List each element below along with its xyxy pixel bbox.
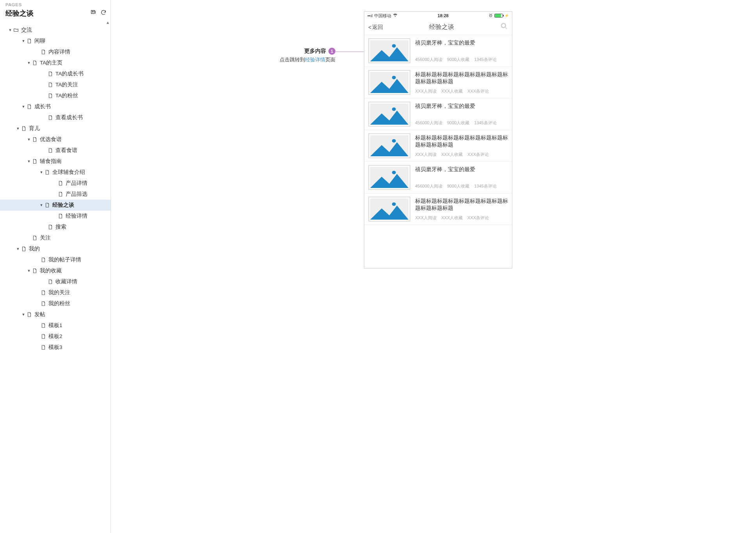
- alarm-icon: [489, 13, 493, 18]
- tree-item[interactable]: 模板2: [0, 331, 111, 342]
- page-icon: [21, 246, 27, 252]
- svg-point-8: [392, 107, 396, 111]
- caret-icon[interactable]: ▼: [39, 170, 44, 174]
- tree-item[interactable]: ▼闲聊: [0, 36, 111, 47]
- tree-item[interactable]: ▼交流: [0, 25, 111, 36]
- tree-item[interactable]: ▼全球辅食介绍: [0, 167, 111, 178]
- tree-item[interactable]: ▼辅食指南: [0, 156, 111, 167]
- tree-item-label: 收藏详情: [55, 278, 77, 285]
- sidebar-title-row: 经验之谈: [5, 9, 107, 20]
- article-title: 标题标题标题标题标题标题标题标题标题标题标题标题: [415, 134, 508, 148]
- list-item[interactable]: 禧贝磨牙棒，宝宝的最爱456000人阅读9000人收藏1345条评论: [364, 162, 512, 193]
- stat-reads: 456000人阅读: [415, 183, 442, 189]
- page-icon: [45, 202, 50, 208]
- annotation-link[interactable]: 经验详情: [305, 57, 325, 63]
- tree-item[interactable]: ▼经验之谈: [0, 200, 111, 211]
- tree-item[interactable]: 查看成长书: [0, 112, 111, 123]
- page-icon: [48, 115, 53, 120]
- list-item[interactable]: 禧贝磨牙棒，宝宝的最爱456000人阅读9000人收藏1345条评论: [364, 35, 512, 67]
- tree-item-label: 产品筛选: [66, 191, 87, 198]
- page-icon: [32, 60, 37, 66]
- page-icon: [32, 159, 37, 164]
- tree-item[interactable]: ▼成长书: [0, 101, 111, 112]
- page-icon: [41, 334, 46, 339]
- thumbnail: [368, 133, 410, 158]
- svg-point-14: [392, 171, 396, 174]
- tree-item[interactable]: 查看食谱: [0, 145, 111, 156]
- caret-icon[interactable]: ▼: [8, 28, 12, 32]
- tree-item[interactable]: 收藏详情: [0, 276, 111, 287]
- article-list: 禧贝磨牙棒，宝宝的最爱456000人阅读9000人收藏1345条评论标题标题标题…: [364, 35, 512, 225]
- caret-icon[interactable]: ▼: [27, 61, 31, 65]
- tree-item-label: 成长书: [34, 103, 51, 110]
- list-item[interactable]: 标题标题标题标题标题标题标题标题标题标题标题标题XXX人阅读XXX人收藏XXX条…: [364, 67, 512, 98]
- tree-item[interactable]: ▼TA的主页: [0, 57, 111, 68]
- phone-bottom-gap: [364, 225, 512, 268]
- tree-item[interactable]: ▼育儿: [0, 123, 111, 134]
- tree-item[interactable]: TA的粉丝: [0, 90, 111, 101]
- signal-icon: ••ıl: [367, 13, 373, 18]
- back-button[interactable]: < 返回: [368, 24, 383, 31]
- caret-icon[interactable]: ▼: [16, 247, 20, 251]
- stat-comments: XXX条评论: [467, 88, 489, 94]
- tree-item[interactable]: 我的粉丝: [0, 298, 111, 309]
- tree-item[interactable]: ▼我的收藏: [0, 265, 111, 276]
- refresh-icon[interactable]: [100, 9, 107, 17]
- stat-comments: 1345条评论: [474, 57, 496, 63]
- tree-item-label: 我的粉丝: [48, 300, 70, 307]
- page-icon: [48, 279, 53, 284]
- tree-item[interactable]: 我的帖子详情: [0, 254, 111, 265]
- scroll-up-arrow-icon[interactable]: ▲: [0, 20, 111, 25]
- battery-icon: [494, 14, 503, 18]
- caret-icon[interactable]: ▼: [27, 159, 31, 163]
- page-icon: [32, 268, 37, 274]
- caret-icon[interactable]: ▼: [21, 105, 26, 109]
- tree-item[interactable]: 我的关注: [0, 287, 111, 298]
- page-icon: [48, 93, 53, 98]
- caret-icon[interactable]: ▼: [16, 127, 20, 131]
- tree-item[interactable]: 产品筛选: [0, 189, 111, 200]
- page-icon: [21, 126, 27, 131]
- tree-item[interactable]: 经验详情: [0, 211, 111, 222]
- export-icon[interactable]: [90, 9, 96, 17]
- page-icon: [27, 38, 32, 44]
- tree-item[interactable]: TA的成长书: [0, 68, 111, 79]
- tree-item[interactable]: 模板1: [0, 320, 111, 331]
- annotation-badge: 1: [328, 48, 335, 55]
- tree-item-label: 搜索: [55, 224, 66, 231]
- thumbnail: [368, 38, 410, 63]
- tree-item[interactable]: 关注: [0, 233, 111, 243]
- list-item[interactable]: 禧贝磨牙棒，宝宝的最爱456000人阅读9000人收藏1345条评论: [364, 98, 512, 130]
- tree-item[interactable]: TA的关注: [0, 79, 111, 90]
- tree-item[interactable]: ▼我的: [0, 243, 111, 254]
- tree-item[interactable]: 产品详情: [0, 178, 111, 189]
- tree-item[interactable]: ▼发帖: [0, 309, 111, 320]
- caret-icon[interactable]: ▼: [21, 39, 26, 43]
- search-button[interactable]: [500, 22, 508, 32]
- sidebar: PAGES 经验之谈 ▲ ▼交流▼闲聊内容详情▼TA的主页TA的成长书TA的关注…: [0, 0, 111, 533]
- article-stats: XXX人阅读XXX人收藏XXX条评论: [415, 215, 508, 221]
- tree-item[interactable]: 模板3: [0, 342, 111, 353]
- caret-icon[interactable]: ▼: [21, 313, 26, 317]
- annotation-sub-prefix: 点击跳转到: [280, 57, 305, 63]
- page-icon: [41, 257, 46, 263]
- caret-icon[interactable]: ▼: [27, 269, 31, 273]
- list-item[interactable]: 标题标题标题标题标题标题标题标题标题标题标题标题XXX人阅读XXX人收藏XXX条…: [364, 193, 512, 225]
- phone-mockup: ••ıl 中国移动 18:28 ⚡ < 返回 经验之谈: [364, 11, 512, 268]
- tree-scroll[interactable]: ▲ ▼交流▼闲聊内容详情▼TA的主页TA的成长书TA的关注TA的粉丝▼成长书查看…: [0, 20, 111, 533]
- caret-icon[interactable]: ▼: [39, 203, 44, 207]
- article-title: 禧贝磨牙棒，宝宝的最爱: [415, 166, 508, 173]
- page-icon: [45, 170, 50, 175]
- tree-item-label: 产品详情: [66, 180, 87, 187]
- row-body: 禧贝磨牙棒，宝宝的最爱456000人阅读9000人收藏1345条评论: [415, 102, 508, 127]
- list-item[interactable]: 标题标题标题标题标题标题标题标题标题标题标题标题XXX人阅读XXX人收藏XXX条…: [364, 130, 512, 162]
- stat-favs: 9000人收藏: [447, 57, 469, 63]
- svg-point-5: [392, 76, 396, 79]
- caret-icon[interactable]: ▼: [27, 138, 31, 141]
- tree-item[interactable]: 内容详情: [0, 47, 111, 57]
- back-label: 返回: [372, 24, 383, 31]
- tree-item[interactable]: 搜索: [0, 222, 111, 233]
- image-placeholder-icon: [370, 199, 408, 220]
- sidebar-actions: [90, 9, 107, 17]
- tree-item[interactable]: ▼优选食谱: [0, 134, 111, 145]
